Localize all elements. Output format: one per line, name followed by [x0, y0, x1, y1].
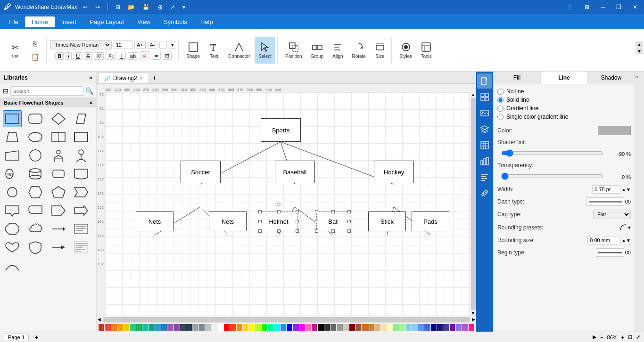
add-page-btn[interactable]: +	[34, 334, 38, 341]
color-cell[interactable]	[255, 324, 261, 331]
color-cell[interactable]	[218, 324, 223, 331]
scroll-down-btn[interactable]: ▼	[636, 48, 643, 54]
shape-nets2[interactable]: Nets	[209, 212, 247, 231]
collapse-right-btn[interactable]: »	[635, 73, 638, 80]
shape-rounded-rect[interactable]	[26, 110, 45, 127]
min-btn[interactable]: ─	[598, 3, 608, 11]
menu-view[interactable]: View	[131, 16, 157, 27]
more-btn[interactable]: ▾	[181, 3, 187, 11]
shape-tag[interactable]	[49, 202, 68, 219]
color-cell[interactable]	[224, 324, 230, 331]
shape-small-circle[interactable]	[3, 184, 22, 201]
font-highlight-btn[interactable]: A̲	[140, 51, 149, 60]
shape-text-block[interactable]	[72, 220, 91, 237]
sidebar-layers-icon[interactable]	[477, 122, 492, 137]
max-btn[interactable]: ❐	[613, 3, 624, 11]
add-tab-btn[interactable]: +	[149, 72, 160, 83]
color-cell[interactable]	[456, 324, 462, 331]
solid-line-radio[interactable]: Solid line	[497, 97, 631, 103]
color-cell[interactable]	[130, 324, 135, 331]
color-cell[interactable]	[437, 324, 443, 331]
rotate-btn[interactable]: Rotate	[348, 37, 369, 64]
color-cell[interactable]	[424, 324, 430, 331]
no-line-radio-input[interactable]	[497, 89, 504, 95]
solid-line-radio-input[interactable]	[497, 97, 504, 103]
shape-rounded-rect2[interactable]	[49, 165, 68, 182]
shape-helmet[interactable]: Helmet	[260, 212, 297, 231]
color-cell[interactable]	[186, 324, 192, 331]
shape-pentagon[interactable]	[49, 184, 68, 201]
canvas-scroll-horizontal[interactable]: ◀ ▶	[97, 316, 476, 322]
color-cell[interactable]	[412, 324, 418, 331]
menu-home[interactable]: Home	[25, 16, 55, 27]
bold-btn[interactable]: B	[55, 52, 64, 60]
color-swatch[interactable]	[598, 126, 631, 135]
connector-tool-btn[interactable]: Connector	[224, 37, 254, 64]
shape-heart[interactable]	[3, 239, 22, 256]
color-cell[interactable]	[406, 324, 412, 331]
shape-nets1[interactable]: Nets	[136, 212, 173, 231]
color-cell[interactable]	[161, 324, 167, 331]
color-cell[interactable]	[362, 324, 367, 331]
shape-actor[interactable]	[72, 147, 91, 164]
list-btn[interactable]: ≔	[151, 52, 161, 60]
single-color-gradient-input[interactable]	[497, 114, 504, 120]
styles-btn[interactable]: Styles	[396, 37, 416, 64]
color-cell[interactable]	[243, 324, 248, 331]
collapse-libraries-btn[interactable]: «	[89, 74, 92, 81]
italic-btn[interactable]: I	[66, 52, 72, 60]
select-tool-btn[interactable]: Select	[255, 37, 275, 64]
shape-arrow-right[interactable]	[49, 239, 68, 256]
position-btn[interactable]: Position	[281, 37, 306, 64]
shape-baseball[interactable]: Baseball	[275, 161, 315, 183]
shape-cloud[interactable]	[26, 220, 45, 237]
color-cell[interactable]	[387, 324, 393, 331]
menu-page-layout[interactable]: Page Layout	[83, 16, 131, 27]
strikethrough-btn[interactable]: S	[84, 52, 92, 60]
rounding-size-spinner[interactable]: ▲▼	[621, 238, 631, 243]
color-cell[interactable]	[305, 324, 311, 331]
color-cell[interactable]	[287, 324, 292, 331]
menu-help[interactable]: Help	[194, 16, 220, 27]
redo-btn[interactable]: ↪	[93, 3, 102, 11]
color-cell[interactable]	[174, 324, 180, 331]
shape-octagon[interactable]	[3, 220, 22, 237]
size-btn[interactable]: Size	[371, 37, 389, 64]
save-btn[interactable]: 💾	[140, 3, 151, 11]
drawing-tab[interactable]: 🖊 Drawing2 ×	[99, 73, 149, 83]
color-cell[interactable]	[211, 324, 217, 331]
color-cell[interactable]	[105, 324, 110, 331]
font-color-btn[interactable]: T̲	[118, 52, 126, 60]
color-cell[interactable]	[374, 324, 380, 331]
canvas[interactable]: Sports Soccer Baseball Hockey Nets	[105, 92, 470, 316]
shape-parallelogram[interactable]	[72, 110, 91, 127]
sidebar-table-icon[interactable]	[477, 138, 492, 153]
shape-circle[interactable]	[26, 147, 45, 164]
sidebar-format-icon[interactable]	[477, 170, 492, 185]
cap-type-select[interactable]: Flat Round Square	[593, 210, 631, 219]
color-cell[interactable]	[418, 324, 424, 331]
tab-close-btn[interactable]: ×	[140, 76, 143, 81]
underline-btn[interactable]: U	[74, 52, 82, 60]
font-decrease-btn[interactable]: A-	[148, 41, 157, 49]
color-cell[interactable]	[237, 324, 242, 331]
nav-prev-btn[interactable]: ⊟	[3, 87, 8, 95]
shape-scroll[interactable]	[26, 202, 45, 219]
subscript-btn[interactable]: X₂	[106, 52, 116, 60]
group-btn[interactable]: Group	[307, 37, 328, 64]
color-cell[interactable]	[318, 324, 323, 331]
color-cell[interactable]	[274, 324, 280, 331]
text-tool-btn[interactable]: T Text	[205, 37, 223, 64]
color-cell[interactable]	[399, 324, 405, 331]
color-cell[interactable]	[155, 324, 161, 331]
search-icon[interactable]: 🔍	[85, 87, 93, 95]
sidebar-link-icon[interactable]	[477, 186, 492, 201]
color-cell[interactable]	[142, 324, 148, 331]
menu-symbols[interactable]: Symbols	[157, 16, 194, 27]
menu-insert[interactable]: Insert	[55, 16, 83, 27]
shape-manual-input[interactable]	[3, 147, 22, 164]
color-cell[interactable]	[281, 324, 286, 331]
width-input[interactable]	[592, 185, 620, 194]
color-cell[interactable]	[199, 324, 205, 331]
account-icon[interactable]: 👤	[563, 3, 576, 11]
